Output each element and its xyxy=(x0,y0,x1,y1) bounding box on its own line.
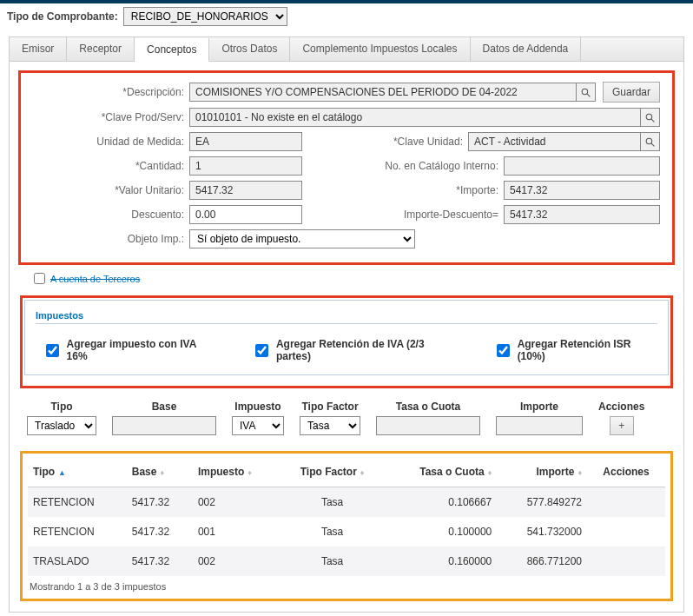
sort-asc-icon: ▲ xyxy=(58,468,66,477)
tab-emisor[interactable]: Emisor xyxy=(10,37,67,61)
chk-iva16-input[interactable] xyxy=(46,344,59,357)
sort-icon: ♦ xyxy=(488,468,492,477)
cell-base: 5417.32 xyxy=(127,546,193,576)
impuestos-heading: Impuestos xyxy=(36,310,657,324)
tax-tasa-label: Tasa o Cuota xyxy=(396,401,460,413)
importe-input[interactable] xyxy=(504,181,660,200)
claveps-label: *Clave Prod/Serv: xyxy=(24,111,189,123)
table-row[interactable]: RETENCION5417.32001Tasa0.100000541.73200… xyxy=(28,517,665,546)
descuento-label: Descuento: xyxy=(24,209,189,221)
cell-tipofactor: Tasa xyxy=(281,546,384,576)
cantidad-input[interactable] xyxy=(189,156,302,176)
tax-tipo-select[interactable]: Traslado xyxy=(27,416,96,435)
chk-ret-isr[interactable]: Agregar Retención ISR (10%) xyxy=(493,338,657,362)
add-tax-button[interactable]: + xyxy=(610,416,634,435)
valoru-input[interactable] xyxy=(189,181,302,200)
cell-acciones xyxy=(587,517,665,546)
unidad-input[interactable] xyxy=(189,132,302,151)
chk-ret-isr-label: Agregar Retención ISR (10%) xyxy=(518,338,657,362)
tab-complemento[interactable]: Complemento Impuestos Locales xyxy=(290,37,470,61)
th-importe[interactable]: Importe♦ xyxy=(497,457,587,487)
importe-label: *Importe: xyxy=(382,184,504,196)
cell-tipo: RETENCION xyxy=(28,487,127,518)
th-tasa[interactable]: Tasa o Cuota♦ xyxy=(384,457,498,487)
terceros-checkbox[interactable] xyxy=(34,273,45,284)
cell-base: 5417.32 xyxy=(127,517,193,546)
chk-iva16-label: Agregar impuesto con IVA 16% xyxy=(67,338,216,362)
cantidad-label: *Cantidad: xyxy=(24,160,189,172)
chk-ret-iva-input[interactable] xyxy=(255,344,268,357)
objeto-select[interactable]: Sí objeto de impuesto. xyxy=(189,229,415,248)
tab-addenda[interactable]: Datos de Addenda xyxy=(471,37,582,61)
cell-impuesto: 002 xyxy=(193,487,281,518)
chk-ret-isr-input[interactable] xyxy=(497,344,510,357)
guardar-button[interactable]: Guardar xyxy=(603,82,660,103)
table-row[interactable]: TRASLADO5417.32002Tasa0.160000866.771200 xyxy=(28,546,665,576)
claveu-search-icon[interactable] xyxy=(641,132,660,151)
descripcion-input[interactable] xyxy=(189,83,577,102)
chk-ret-iva-label: Agregar Retención de IVA (2/3 partes) xyxy=(276,338,457,362)
descripcion-search-icon[interactable] xyxy=(577,83,596,102)
voucher-type-select[interactable]: RECIBO_DE_HONORARIOS xyxy=(123,7,287,26)
tab-otros-datos[interactable]: Otros Datos xyxy=(209,37,290,61)
tax-importe-label: Importe xyxy=(520,401,558,413)
chk-iva16[interactable]: Agregar impuesto con IVA 16% xyxy=(43,338,215,362)
th-base[interactable]: Base♦ xyxy=(127,457,193,487)
unidad-label: Unidad de Medida: xyxy=(24,136,189,148)
tax-impuesto-label: Impuesto xyxy=(234,401,280,413)
catalogo-label: No. en Catálogo Interno: xyxy=(382,160,504,172)
tax-importe-input[interactable] xyxy=(496,416,583,435)
cell-tipofactor: Tasa xyxy=(281,487,384,518)
terceros-label: A cuenta de Terceros xyxy=(50,274,140,284)
tax-tipofactor-select[interactable]: Tasa xyxy=(300,416,360,435)
cell-importe: 541.732000 xyxy=(497,517,587,546)
table-row[interactable]: RETENCION5417.32002Tasa0.106667577.84927… xyxy=(28,487,665,518)
tax-base-input[interactable] xyxy=(112,416,216,435)
svg-point-2 xyxy=(646,114,652,120)
th-tipofactor[interactable]: Tipo Factor♦ xyxy=(281,457,384,487)
impuestos-section: Impuestos Agregar impuesto con IVA 16% A… xyxy=(20,295,673,388)
claveps-search-icon[interactable] xyxy=(641,108,660,127)
tax-tasa-input[interactable] xyxy=(376,416,480,435)
cell-tipofactor: Tasa xyxy=(281,517,384,546)
cell-importe: 577.849272 xyxy=(497,487,587,518)
svg-line-3 xyxy=(651,119,654,122)
svg-line-1 xyxy=(587,94,590,96)
valoru-label: *Valor Unitario: xyxy=(24,184,189,196)
tax-table: Tipo▲ Base♦ Impuesto♦ Tipo Factor♦ Tasa … xyxy=(28,457,665,576)
voucher-type-label: Tipo de Comprobante: xyxy=(7,10,118,23)
descuento-input[interactable] xyxy=(189,205,302,224)
cell-impuesto: 001 xyxy=(193,517,281,546)
tab-receptor[interactable]: Receptor xyxy=(67,37,135,61)
cell-impuesto: 002 xyxy=(193,546,281,576)
tax-input-row: Tipo Traslado Base Impuesto IVA Tipo Fac… xyxy=(18,401,675,435)
svg-line-5 xyxy=(651,143,654,146)
impdesc-label: Importe-Descuento= xyxy=(382,209,504,221)
claveu-label: *Clave Unidad: xyxy=(346,136,468,148)
cell-base: 5417.32 xyxy=(127,487,193,518)
tax-acciones-label: Acciones xyxy=(598,401,644,413)
descripcion-label: *Descripción: xyxy=(24,86,189,98)
tax-table-footer: Mostrando 1 a 3 de 3 impuestos xyxy=(28,576,665,593)
claveu-input[interactable] xyxy=(468,132,641,151)
th-tipo[interactable]: Tipo▲ xyxy=(28,457,127,487)
sort-icon: ♦ xyxy=(360,468,365,477)
svg-point-0 xyxy=(582,89,588,95)
cell-tasa: 0.100000 xyxy=(384,517,498,546)
tax-impuesto-select[interactable]: IVA xyxy=(232,416,284,435)
catalogo-input[interactable] xyxy=(504,156,660,176)
tax-base-label: Base xyxy=(152,401,177,413)
cell-tasa: 0.160000 xyxy=(384,546,498,576)
cell-acciones xyxy=(587,546,665,576)
th-impuesto[interactable]: Impuesto♦ xyxy=(193,457,281,487)
objeto-label: Objeto Imp.: xyxy=(24,233,189,245)
cell-tipo: RETENCION xyxy=(28,517,127,546)
cell-tipo: TRASLADO xyxy=(28,546,127,576)
svg-point-4 xyxy=(646,138,652,144)
tab-conceptos[interactable]: Conceptos xyxy=(135,38,209,62)
th-acciones: Acciones xyxy=(587,457,665,487)
chk-ret-iva[interactable]: Agregar Retención de IVA (2/3 partes) xyxy=(252,338,457,362)
impdesc-input xyxy=(504,205,660,224)
claveps-input[interactable] xyxy=(189,108,641,127)
tax-tipo-label: Tipo xyxy=(50,401,72,413)
